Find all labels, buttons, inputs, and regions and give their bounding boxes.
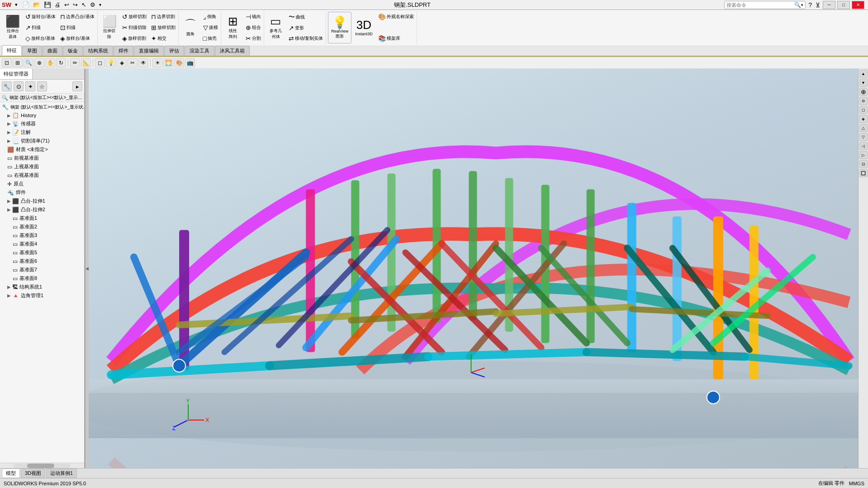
- rt-btn-8[interactable]: ▽: [859, 133, 868, 141]
- tree-item-weld[interactable]: 🔩 焊件: [0, 188, 84, 197]
- box-button[interactable]: ◻: [95, 58, 105, 67]
- tree-item-ref4[interactable]: ▭ 基准面4: [0, 240, 84, 248]
- revolve-cut-button[interactable]: ↺放样切割: [120, 13, 148, 21]
- tree-item-ref3[interactable]: ▭ 基准面3: [0, 231, 84, 240]
- rt-btn-12[interactable]: 🔲: [859, 169, 868, 177]
- rt-btn-7[interactable]: △: [859, 124, 868, 132]
- tab-mufeng[interactable]: 沐风工具箱: [215, 46, 250, 56]
- tab-sketch[interactable]: 草图: [22, 46, 42, 56]
- rt-btn-5[interactable]: ◻: [859, 106, 868, 114]
- redo-icon[interactable]: ↪: [72, 1, 79, 8]
- lights-button[interactable]: ☀: [152, 58, 162, 67]
- save-icon[interactable]: 💾: [43, 1, 52, 8]
- fillet-button[interactable]: ⌒ 圆角: [180, 12, 200, 43]
- appearance-button[interactable]: 🎨外观名称深索: [376, 13, 416, 21]
- scene-button[interactable]: 🌅: [163, 58, 173, 67]
- tab-weld[interactable]: 焊件: [114, 46, 133, 56]
- array-button[interactable]: ⊞ 线性阵列: [223, 12, 243, 43]
- undo-icon[interactable]: ↩: [63, 1, 70, 8]
- realview-button[interactable]: 💡 RealView图形: [328, 12, 351, 43]
- chamfer-button[interactable]: ⌟倒角: [201, 13, 220, 21]
- tree-item-front-plane[interactable]: ▭ 前视基准面: [0, 154, 84, 162]
- color-button[interactable]: 🎨: [174, 58, 184, 67]
- help-icon[interactable]: ?: [807, 1, 813, 9]
- viewport[interactable]: Z Y X: [89, 69, 858, 468]
- rt-btn-3[interactable]: ⊕: [859, 88, 868, 96]
- loft-button[interactable]: ◇放样台/基体: [24, 34, 57, 43]
- move-copy-button[interactable]: ⇄移动/复制实体: [287, 34, 325, 43]
- hscrollbar-track[interactable]: [14, 464, 71, 468]
- display-button[interactable]: 📺: [185, 58, 195, 67]
- library-button[interactable]: 📚模架库: [376, 34, 416, 43]
- print-icon[interactable]: 🖨: [54, 1, 62, 8]
- boundary-cut-button[interactable]: ⊓边界切割: [149, 13, 177, 21]
- tree-item-material[interactable]: 🟫 材质 <未指定>: [0, 145, 84, 154]
- split-button[interactable]: ✂分割: [244, 34, 263, 43]
- panel-icon-feature[interactable]: 🔧: [2, 81, 12, 91]
- zoom-area-button[interactable]: ⊕: [34, 58, 44, 67]
- panel-icon-config[interactable]: ✦: [25, 81, 35, 91]
- tree-item-struct1[interactable]: ▶ 🏗 结构系统1: [0, 283, 84, 291]
- panel-icon-display[interactable]: ☆: [37, 81, 47, 91]
- more-icon[interactable]: ▾: [98, 2, 102, 7]
- panel-collapse-btn[interactable]: ▸: [72, 81, 82, 91]
- sweep-cut-button[interactable]: ✂扫描切除: [120, 24, 148, 32]
- orient-button[interactable]: ⊡: [2, 58, 12, 67]
- deform-button[interactable]: ↗变形: [287, 24, 325, 32]
- rt-btn-9[interactable]: ◁: [859, 142, 868, 150]
- search-dropdown[interactable]: ▾: [801, 3, 803, 7]
- search-box[interactable]: 🔍 ▾: [724, 1, 806, 9]
- tab-struct[interactable]: 结构系统: [83, 46, 113, 56]
- pan-button[interactable]: ✋: [45, 58, 55, 67]
- tree-item-ref1[interactable]: ▭ 基准面1: [0, 214, 84, 223]
- loft-cut-button[interactable]: ◈放样切割: [120, 34, 148, 43]
- hscrollbar-thumb[interactable]: [27, 464, 54, 468]
- hidden-line-button[interactable]: ◈: [117, 58, 127, 67]
- view-settings-button[interactable]: 👁: [138, 58, 148, 67]
- curve-button[interactable]: 〜曲线: [287, 13, 325, 22]
- sketch-3d-button[interactable]: ✏: [70, 58, 80, 67]
- tab-surface[interactable]: 曲面: [43, 46, 62, 56]
- tree-item-origin[interactable]: ✛ 原点: [0, 180, 84, 188]
- display-style-button[interactable]: 💡: [106, 58, 116, 67]
- tree-root[interactable]: 🔧 钢架 (默认<按加工><<默认>_显示状...: [0, 103, 84, 111]
- intersect-button[interactable]: ✦相交: [149, 34, 177, 43]
- tree-item-platform1[interactable]: ▶ ⬛ 凸台-拉伸1: [0, 197, 84, 205]
- search-input[interactable]: [726, 2, 794, 8]
- panel-tab-feature[interactable]: 特征管理器: [0, 69, 33, 79]
- boundary-button[interactable]: ⊓边界凸台/基体: [58, 13, 96, 21]
- tree-item-right-plane[interactable]: ▭ 右视基准面: [0, 171, 84, 180]
- wrap-button[interactable]: ⊞放样切割: [149, 24, 177, 32]
- extrude-cut-button[interactable]: ⬜ 拉伸切除: [100, 12, 119, 43]
- tree-item-cutlist[interactable]: ▶ 📃 切割清单(71): [0, 137, 84, 145]
- panel-collapse-handle[interactable]: ◀: [85, 69, 89, 468]
- tree-item-top-plane[interactable]: ▭ 上视基准面: [0, 162, 84, 171]
- tree-item-ref5[interactable]: ▭ 基准面5: [0, 248, 84, 257]
- select-icon[interactable]: ↖: [81, 1, 87, 8]
- minimize-button[interactable]: ─: [823, 1, 835, 9]
- tree-hscroll[interactable]: [0, 463, 84, 468]
- tab-feature[interactable]: 特征: [2, 45, 22, 56]
- rotate-button[interactable]: ↻: [56, 58, 66, 67]
- revolve-button[interactable]: ↺旋转台/基体: [24, 13, 57, 21]
- measure-button[interactable]: 📐: [81, 58, 91, 67]
- tree-item-ref7[interactable]: ▭ 基准面7: [0, 265, 84, 274]
- tab-motion[interactable]: 运动算例1: [46, 469, 77, 478]
- restore-button[interactable]: □: [837, 1, 850, 9]
- tree-item-annotations[interactable]: ▶ 📝 注解: [0, 128, 84, 137]
- tab-model[interactable]: 模型: [2, 469, 20, 478]
- tab-3dview[interactable]: 3D视图: [21, 469, 45, 478]
- scan-button[interactable]: ⊡扫描: [58, 24, 96, 32]
- rt-btn-10[interactable]: ▷: [859, 151, 868, 159]
- close-button[interactable]: ✕: [852, 1, 864, 9]
- section-view-button[interactable]: ✂: [128, 58, 138, 67]
- combine-button[interactable]: ⊕组合: [244, 24, 263, 32]
- tab-sheetmetal[interactable]: 钣金: [63, 46, 83, 56]
- panel-icon-property[interactable]: ⊙: [14, 81, 24, 91]
- rt-btn-1[interactable]: ▲: [859, 70, 868, 78]
- expand-icon[interactable]: ⊻: [815, 1, 821, 9]
- instant3d-button[interactable]: 3D Instant3D: [352, 12, 375, 43]
- rt-btn-6[interactable]: ◈: [859, 115, 868, 123]
- boss-extrude-button[interactable]: ⬛ 拉伸台基体: [3, 12, 23, 43]
- tree-item-platform2[interactable]: ▶ ⬛ 凸台-拉伸2: [0, 205, 84, 214]
